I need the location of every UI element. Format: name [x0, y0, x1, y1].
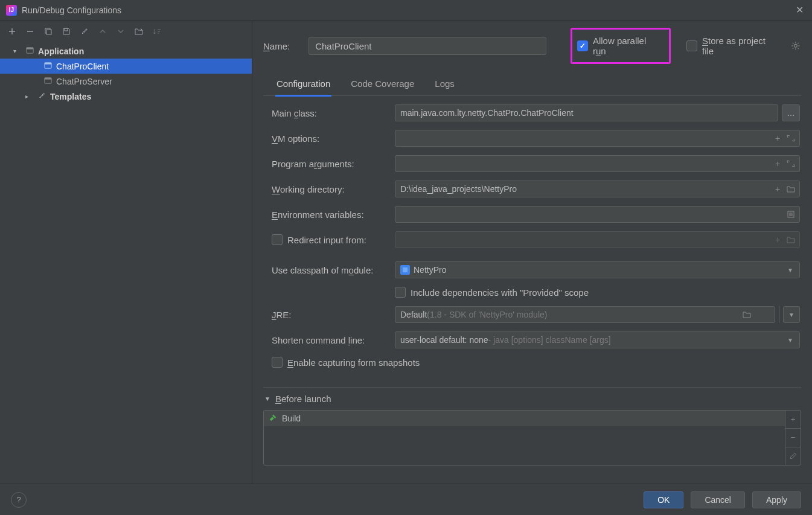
environment-variables-input[interactable]: [395, 206, 800, 223]
remove-config-button[interactable]: [24, 25, 36, 37]
tree-label: ChatProClient: [56, 62, 109, 71]
main-class-label: Main class:Main class:: [272, 108, 390, 118]
tab-configuration[interactable]: Configuration: [275, 75, 331, 97]
tree-node-templates[interactable]: ▸ Templates: [0, 89, 252, 104]
apply-button[interactable]: Apply: [752, 491, 801, 508]
sidebar-toolbar: [0, 21, 252, 42]
store-as-project-checkbox[interactable]: Store as project file Store as project f…: [686, 36, 778, 56]
tree-item-chatproclient[interactable]: ChatProClient: [0, 59, 252, 74]
help-button[interactable]: ?: [11, 492, 27, 508]
tab-code-coverage[interactable]: Code Coverage: [350, 75, 415, 95]
close-button[interactable]: ✕: [793, 4, 806, 17]
insert-macro-icon[interactable]: +: [773, 235, 782, 245]
svg-rect-1: [46, 30, 51, 34]
before-launch-section: ▼ Before launch Before launch Build + −: [263, 387, 801, 465]
move-up-button[interactable]: [97, 25, 109, 37]
sidebar: ▾ Application ChatProClient ChatProServe…: [0, 21, 252, 484]
main-class-input[interactable]: main.java.com.lty.netty.ChatPro.ChatProC…: [395, 104, 778, 121]
edit-task-button[interactable]: [785, 447, 801, 465]
tabs: Configuration Code Coverage Logs: [263, 75, 801, 96]
expand-icon: ▸: [25, 93, 34, 100]
working-directory-input[interactable]: D:\idea_java_projects\NettyPro +: [395, 181, 800, 197]
before-launch-list: Build + −: [263, 410, 801, 465]
copy-config-button[interactable]: [42, 25, 54, 37]
tree-label: ChatProServer: [56, 77, 112, 86]
vm-options-label: VM options:VM options:: [272, 133, 390, 144]
remove-task-button[interactable]: −: [785, 429, 801, 447]
ok-button[interactable]: OK: [644, 491, 683, 508]
config-name-input[interactable]: [308, 37, 546, 55]
before-launch-item-build[interactable]: Build: [264, 411, 785, 426]
checkbox-icon: [577, 40, 588, 51]
sort-button[interactable]: [151, 25, 163, 37]
vm-options-input[interactable]: +: [395, 130, 800, 147]
tree-label: Application: [38, 46, 84, 56]
checkbox-icon: [395, 287, 406, 298]
checkbox-label: Store as project file: [702, 36, 778, 56]
jre-dropdown[interactable]: Default (1.8 - SDK of 'NettyPro' module): [395, 306, 775, 323]
tree-item-chatproserver[interactable]: ChatProServer: [0, 74, 252, 89]
redirect-input-checkbox[interactable]: [272, 234, 283, 245]
dialog-footer: ? OK Cancel Apply: [0, 484, 812, 515]
redirect-input-label: Redirect input from:: [287, 235, 366, 245]
config-tree: ▾ Application ChatProClient ChatProServe…: [0, 42, 252, 484]
tree-node-application[interactable]: ▾ Application: [0, 43, 252, 59]
browse-folder-icon[interactable]: [786, 184, 796, 194]
program-arguments-input[interactable]: +: [395, 155, 800, 172]
redirect-input-field[interactable]: +: [395, 231, 800, 248]
separator: [779, 306, 779, 323]
tree-label: Templates: [50, 92, 91, 101]
chevron-down-icon: ▼: [787, 267, 793, 273]
allow-parallel-checkbox[interactable]: Allow parallel run Allow parallel run: [577, 36, 660, 56]
insert-macro-icon[interactable]: +: [773, 133, 782, 143]
checkbox-label: Include dependencies with "Provided" sco…: [411, 287, 589, 298]
browse-folder-icon[interactable]: [786, 235, 796, 245]
content-panel: NName:ame: Allow parallel run Allow para…: [252, 21, 812, 484]
enable-snapshots-checkbox[interactable]: Enable capturing form snapshots Enable c…: [272, 357, 420, 368]
svg-point-9: [794, 44, 798, 47]
classpath-module-label: Use classpath of module:Use classpath of…: [272, 265, 390, 275]
configuration-form: Main class:Main class: main.java.com.lty…: [263, 96, 801, 376]
application-icon: [43, 76, 53, 87]
insert-macro-icon[interactable]: +: [773, 184, 782, 194]
application-icon: [25, 46, 34, 57]
classpath-module-dropdown[interactable]: NettyPro ▼: [395, 261, 800, 278]
checkbox-icon: [272, 357, 283, 368]
jre-dropdown-button[interactable]: ▼: [783, 306, 800, 323]
move-down-button[interactable]: [115, 25, 127, 37]
chevron-down-icon: ▼: [264, 395, 270, 402]
titlebar: IJ Run/Debug Configurations ✕: [0, 0, 812, 21]
list-icon[interactable]: [786, 210, 796, 219]
browse-folder-icon[interactable]: [742, 310, 752, 319]
allow-parallel-highlight: Allow parallel run Allow parallel run: [571, 28, 671, 64]
browse-main-class-button[interactable]: …: [782, 104, 800, 121]
expand-icon[interactable]: [786, 133, 796, 143]
checkbox-label: Allow parallel run: [593, 36, 660, 56]
wrench-icon[interactable]: [78, 25, 91, 37]
window-title: Run/Debug Configurations: [22, 5, 793, 15]
wrench-icon: [37, 91, 46, 102]
cancel-button[interactable]: Cancel: [691, 491, 745, 508]
working-directory-label: Working directory:Working directory:: [272, 184, 390, 194]
add-config-button[interactable]: [6, 25, 18, 37]
checkbox-icon: [686, 40, 697, 51]
svg-rect-4: [27, 47, 33, 49]
application-icon: [43, 61, 53, 72]
tab-logs[interactable]: Logs: [433, 75, 456, 95]
before-launch-title[interactable]: ▼ Before launch Before launch: [263, 394, 801, 404]
checkbox-label: Enable capturing form snapshots: [287, 357, 420, 368]
save-config-button[interactable]: [60, 25, 72, 37]
gear-icon[interactable]: [790, 40, 801, 51]
hammer-icon: [269, 414, 277, 424]
before-launch-item-label: Build: [282, 414, 301, 423]
shorten-command-dropdown[interactable]: user-local default: none - java [options…: [395, 331, 800, 348]
folder-button[interactable]: [133, 25, 145, 37]
add-task-button[interactable]: +: [785, 411, 801, 429]
jre-label: JRE:JRE:: [272, 310, 390, 320]
expand-icon: ▾: [13, 48, 22, 54]
insert-macro-icon[interactable]: +: [773, 159, 782, 168]
include-provided-checkbox[interactable]: Include dependencies with "Provided" sco…: [395, 287, 589, 298]
expand-icon[interactable]: [786, 159, 796, 168]
svg-rect-12: [403, 267, 408, 272]
app-icon: IJ: [6, 5, 17, 16]
